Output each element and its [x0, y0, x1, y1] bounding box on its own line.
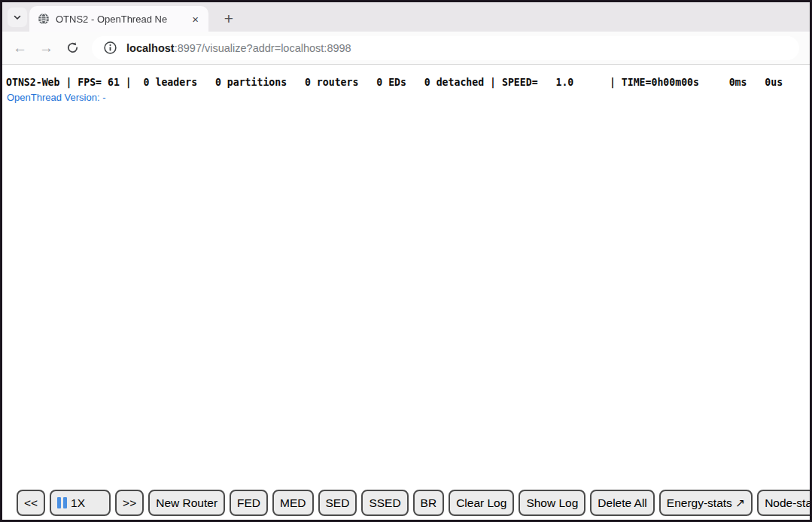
button-label: SSED: [369, 496, 400, 510]
reload-icon[interactable]: [59, 35, 86, 61]
tab-search-button[interactable]: [8, 8, 27, 27]
chevron-down-icon: [13, 13, 22, 22]
button-label: Show Log: [526, 496, 578, 510]
node-stats-button[interactable]: Node-stats ↗: [757, 490, 810, 516]
pause-icon: [57, 497, 67, 508]
delete-all-button[interactable]: Delete All: [590, 490, 654, 516]
new-router-button[interactable]: New Router: [148, 490, 225, 516]
browser-window: OTNS2 - OpenThread Ne × + ← →: [2, 2, 810, 520]
button-label: >>: [123, 496, 136, 510]
button-label: MED: [280, 496, 306, 510]
simulator-status-bar: OTNS2-Web | FPS= 61 | 0 leaders 0 partit…: [2, 65, 810, 88]
url-path: :8997/visualize?addr=localhost:8998: [175, 42, 351, 54]
button-label: BR: [421, 496, 437, 510]
med-button[interactable]: MED: [272, 490, 313, 516]
sed-button[interactable]: SED: [318, 490, 357, 516]
forward-icon[interactable]: →: [33, 35, 59, 61]
page-content: OTNS2-Web | FPS= 61 | 0 leaders 0 partit…: [2, 65, 810, 520]
tab-strip: OTNS2 - OpenThread Ne × +: [2, 2, 810, 32]
pause-speed-button[interactable]: 1X: [50, 490, 111, 516]
step-forward-button[interactable]: >>: [115, 490, 144, 516]
button-label: Node-stats ↗: [765, 496, 810, 510]
button-label: Delete All: [598, 496, 646, 510]
show-log-button[interactable]: Show Log: [519, 490, 585, 516]
clear-log-button[interactable]: Clear Log: [449, 490, 514, 516]
button-label: Clear Log: [456, 496, 506, 510]
button-label: FED: [237, 496, 260, 510]
openthread-version-label: OpenThread Version: -: [7, 92, 810, 103]
address-bar[interactable]: localhost:8997/visualize?addr=localhost:…: [92, 36, 799, 60]
url-text: localhost:8997/visualize?addr=localhost:…: [126, 42, 351, 54]
energy-stats-button[interactable]: Energy-stats ↗: [659, 490, 753, 516]
back-icon[interactable]: ←: [7, 35, 33, 61]
control-bar: <<1X>>New RouterFEDMEDSEDSSEDBRClear Log…: [17, 490, 810, 516]
button-label: <<: [24, 496, 38, 510]
button-label: Energy-stats ↗: [667, 496, 745, 510]
new-tab-button[interactable]: +: [218, 8, 239, 29]
br-button[interactable]: BR: [413, 490, 445, 516]
tab-title: OTNS2 - OpenThread Ne: [56, 14, 189, 25]
screenshot-frame: OTNS2 - OpenThread Ne × + ← →: [0, 0, 812, 522]
step-back-button[interactable]: <<: [17, 490, 45, 516]
button-label: 1X: [71, 496, 85, 510]
globe-favicon-icon: [38, 13, 50, 25]
button-label: New Router: [156, 496, 217, 510]
browser-toolbar: ← → localhost:8997/visualize?addr=localh…: [2, 32, 810, 65]
url-host: localhost: [126, 42, 175, 54]
site-info-icon[interactable]: [98, 36, 122, 60]
button-label: SED: [326, 496, 350, 510]
fed-button[interactable]: FED: [230, 490, 268, 516]
browser-tab[interactable]: OTNS2 - OpenThread Ne ×: [29, 6, 208, 32]
tab-close-icon[interactable]: ×: [189, 12, 202, 26]
ssed-button[interactable]: SSED: [361, 490, 408, 516]
